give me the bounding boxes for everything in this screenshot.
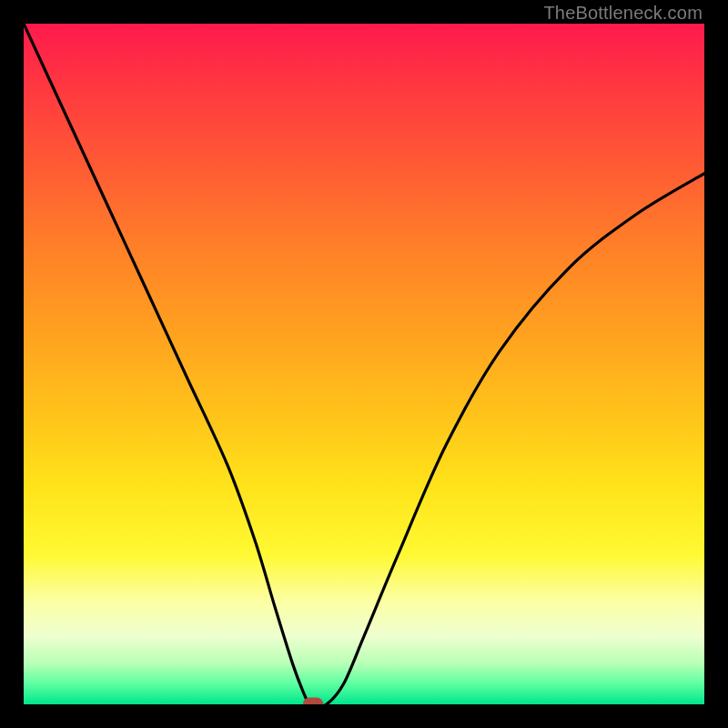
optimal-marker (303, 698, 323, 705)
curve-svg (24, 24, 704, 704)
plot-area (24, 24, 704, 704)
bottleneck-curve-path (24, 24, 704, 704)
watermark-text: TheBottleneck.com (543, 3, 703, 24)
chart-frame: TheBottleneck.com (0, 0, 728, 728)
